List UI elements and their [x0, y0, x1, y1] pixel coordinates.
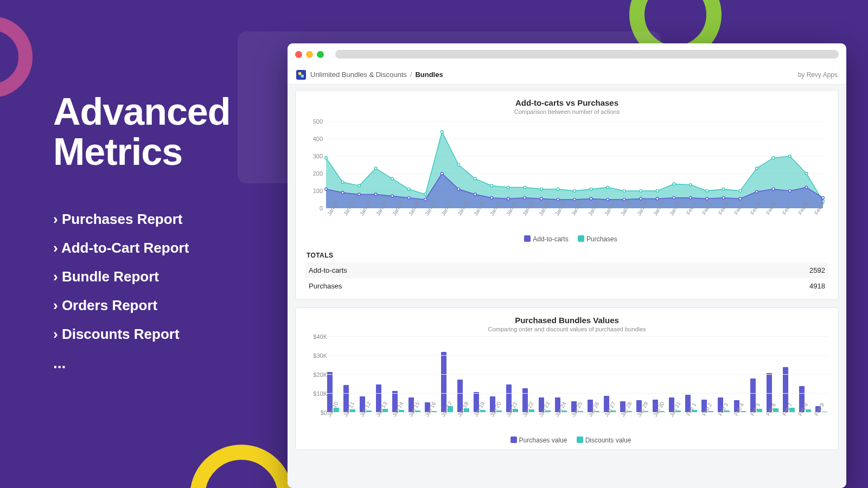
svg-point-71	[789, 190, 792, 192]
svg-point-16	[391, 177, 394, 180]
address-bar[interactable]	[335, 50, 839, 59]
svg-point-21	[474, 177, 476, 180]
svg-point-72	[805, 186, 808, 189]
legend-label-add-to-carts: Add-to-carts	[533, 235, 568, 243]
totals-row-purchases: Purchases 4918	[305, 278, 828, 294]
area-chart: 0100200300400500 Jan 10Jan 11Jan 12Jan 1…	[305, 119, 828, 232]
area-chart-legend: Add-to-carts Purchases	[305, 235, 828, 243]
chart-subtitle: Comparing order and discount values of p…	[305, 326, 828, 332]
y-tick: $20K	[305, 371, 327, 378]
svg-point-53	[490, 196, 493, 199]
svg-point-36	[722, 188, 725, 190]
svg-point-13	[341, 181, 344, 184]
svg-point-61	[623, 198, 626, 201]
svg-text:0: 0	[320, 205, 323, 211]
totals-row-add-to-carts: Add-to-carts 2592	[305, 262, 828, 278]
chart-title: Add-to-carts vs Purchases	[305, 98, 828, 107]
marketing-panel: Advanced Metrics Purchases ReportAdd-to-…	[53, 92, 270, 372]
browser-window: Unlimited Bundles & Discounts / Bundles …	[288, 43, 846, 488]
feature-list: Purchases ReportAdd-to-Cart ReportBundle…	[53, 211, 270, 343]
svg-point-15	[374, 167, 377, 170]
y-tick: $30K	[305, 352, 327, 359]
svg-point-17	[407, 188, 410, 190]
breadcrumb-separator: /	[410, 70, 412, 79]
svg-point-56	[540, 197, 543, 200]
svg-point-19	[441, 131, 443, 133]
totals-label: Add-to-carts	[309, 266, 347, 274]
breadcrumb-root[interactable]: Unlimited Bundles & Discounts	[310, 70, 407, 79]
svg-point-22	[490, 184, 493, 187]
chart-title: Purchased Bundles Values	[305, 316, 828, 325]
svg-text:300: 300	[313, 153, 323, 159]
svg-point-18	[424, 193, 427, 196]
bar-chart-legend: Purchases value Discounts value	[305, 436, 828, 444]
svg-point-14	[358, 184, 361, 187]
svg-point-23	[507, 186, 509, 189]
legend-swatch-discounts-value	[577, 436, 583, 443]
svg-point-60	[607, 198, 609, 201]
svg-point-20	[457, 164, 460, 166]
svg-point-52	[474, 193, 476, 196]
svg-point-12	[325, 157, 328, 159]
svg-point-70	[772, 188, 775, 190]
svg-point-55	[524, 196, 526, 199]
svg-point-73	[822, 196, 825, 199]
card-add-to-carts-vs-purchases: Add-to-carts vs Purchases Comparison bet…	[295, 90, 839, 300]
svg-point-54	[507, 197, 509, 200]
bar-chart: Jan 10Jan 11Jan 12Jan 13Jan 14Jan 15Jan …	[305, 337, 828, 433]
svg-point-48	[407, 196, 410, 199]
totals-label: Purchases	[309, 282, 342, 290]
marketing-headline: Advanced Metrics	[53, 92, 270, 172]
feature-bullet: Add-to-Cart Report	[53, 240, 270, 256]
vendor-label: by Revy Apps	[798, 71, 838, 79]
feature-bullet: Bundle Report	[53, 268, 270, 285]
svg-point-24	[524, 186, 526, 189]
window-close-icon[interactable]	[295, 51, 302, 58]
y-tick: $40K	[305, 333, 327, 340]
svg-point-27	[573, 190, 576, 192]
svg-point-51	[457, 188, 460, 190]
y-tick: $0	[305, 409, 327, 416]
svg-point-58	[573, 198, 576, 201]
svg-text:100: 100	[313, 188, 323, 194]
svg-point-31	[640, 190, 642, 192]
y-tick: $10K	[305, 390, 327, 397]
feature-bullet: Orders Report	[53, 297, 270, 314]
feature-bullet: Purchases Report	[53, 211, 270, 228]
legend-label-purchases-value: Purchases value	[519, 436, 567, 444]
svg-point-29	[607, 186, 609, 189]
window-minimize-icon[interactable]	[306, 51, 313, 58]
legend-swatch-purchases	[578, 235, 584, 242]
svg-point-59	[590, 197, 592, 200]
svg-point-64	[673, 196, 675, 199]
svg-point-38	[755, 167, 758, 170]
svg-point-26	[557, 188, 559, 190]
legend-label-purchases: Purchases	[586, 235, 617, 243]
svg-text:400: 400	[313, 136, 323, 142]
svg-text:200: 200	[313, 170, 323, 177]
svg-point-57	[557, 198, 559, 201]
svg-point-65	[689, 196, 692, 199]
decor-ring-magenta	[0, 16, 33, 98]
window-zoom-icon[interactable]	[317, 51, 324, 58]
svg-point-41	[805, 172, 808, 175]
svg-point-30	[623, 190, 626, 192]
svg-point-34	[689, 183, 692, 186]
svg-point-35	[706, 190, 709, 192]
breadcrumb-current: Bundles	[415, 70, 443, 79]
svg-point-44	[341, 191, 344, 194]
legend-swatch-add-to-carts	[524, 235, 531, 242]
totals-value: 2592	[809, 266, 825, 274]
app-logo-icon	[296, 70, 306, 80]
chart-subtitle: Comparison between number of actions	[305, 108, 828, 115]
headline-line-1: Advanced	[53, 91, 231, 133]
svg-point-28	[590, 188, 592, 190]
area-chart-svg: 0100200300400500	[305, 119, 826, 211]
app-body: Add-to-carts vs Purchases Comparison bet…	[288, 85, 846, 488]
totals-value: 4918	[809, 282, 825, 290]
svg-point-40	[789, 155, 792, 158]
svg-point-63	[656, 197, 659, 200]
legend-swatch-purchases-value	[510, 436, 517, 443]
legend-label-discounts-value: Discounts value	[585, 436, 631, 444]
svg-point-50	[441, 172, 443, 175]
